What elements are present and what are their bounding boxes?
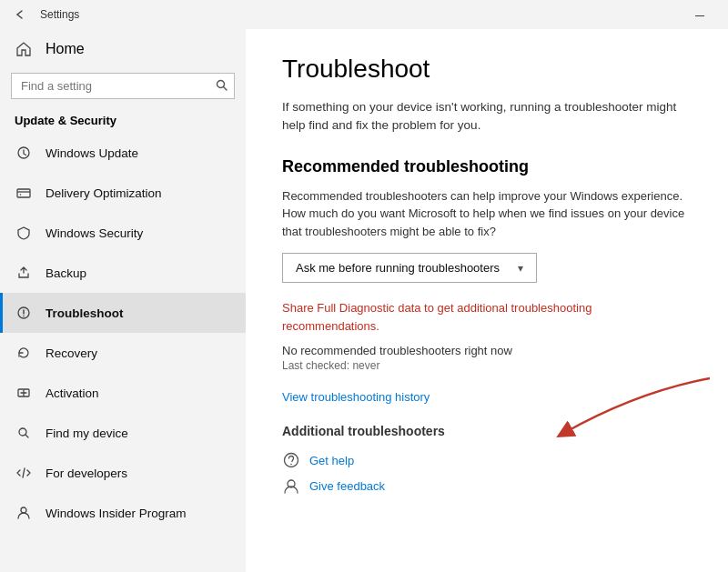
page-title: Troubleshoot [282, 55, 692, 84]
minimize-button[interactable]: — [679, 0, 721, 29]
additional-section-title: Additional troubleshooters [282, 424, 692, 438]
give-feedback-icon [282, 477, 300, 495]
sidebar-item-recovery[interactable]: Recovery [0, 333, 246, 373]
title-bar: Settings — [0, 0, 728, 29]
give-feedback-link[interactable]: Give feedback [309, 479, 385, 493]
app-body: Home Update & Security Windows U [0, 29, 728, 572]
window-controls: — [679, 0, 721, 29]
no-troubleshooters-text: No recommended troubleshooters right now [282, 344, 692, 357]
recovery-icon [15, 344, 33, 362]
search-input[interactable] [11, 73, 235, 99]
sidebar-section-header: Update & Security [0, 106, 246, 133]
sidebar-item-label: Delivery Optimization [46, 186, 162, 200]
sidebar-item-label: Windows Security [46, 226, 143, 240]
shield-icon [15, 224, 33, 242]
sidebar-item-backup[interactable]: Backup [0, 253, 246, 293]
sidebar-item-windows-insider[interactable]: Windows Insider Program [0, 493, 246, 533]
help-links: Get help Give feedback [282, 451, 692, 495]
recommended-section-description: Recommended troubleshooters can help imp… [282, 187, 692, 241]
sidebar-item-label: Troubleshoot [46, 306, 124, 320]
home-label: Home [46, 41, 85, 57]
update-icon [15, 144, 33, 162]
sidebar-item-label: For developers [46, 467, 127, 480]
svg-rect-3 [17, 189, 30, 197]
get-help-item[interactable]: Get help [282, 451, 692, 469]
home-icon [15, 40, 33, 58]
svg-line-1 [224, 86, 228, 90]
delivery-icon [15, 184, 33, 202]
diagnostic-link-container: Share Full Diagnostic data to get additi… [282, 299, 692, 335]
sidebar-item-label: Find my device [46, 426, 128, 440]
sidebar-item-windows-security[interactable]: Windows Security [0, 213, 246, 253]
developer-icon [15, 464, 33, 482]
troubleshoot-dropdown[interactable]: Ask me before running troubleshooters ▾ [282, 253, 537, 283]
svg-point-9 [21, 507, 26, 513]
sidebar-item-label: Backup [46, 266, 86, 280]
svg-point-4 [20, 194, 22, 196]
sidebar: Home Update & Security Windows U [0, 29, 246, 572]
svg-point-11 [290, 464, 292, 466]
insider-icon [15, 504, 33, 522]
svg-point-6 [23, 316, 25, 317]
sidebar-item-label: Windows Insider Program [46, 507, 187, 520]
get-help-icon [282, 451, 300, 469]
sidebar-item-label: Recovery [46, 346, 97, 360]
sidebar-item-windows-update[interactable]: Windows Update [0, 133, 246, 173]
search-icon [216, 79, 228, 91]
find-device-icon [15, 424, 33, 442]
sidebar-item-activation[interactable]: Activation [0, 373, 246, 413]
last-checked-text: Last checked: never [282, 359, 692, 372]
page-subtitle: If something on your device isn't workin… [282, 98, 692, 135]
sidebar-item-for-developers[interactable]: For developers [0, 453, 246, 493]
content-area: Troubleshoot If something on your device… [246, 29, 728, 572]
dropdown-value: Ask me before running troubleshooters [296, 261, 500, 275]
diagnostic-link[interactable]: Share Full Diagnostic data to get additi… [282, 301, 592, 333]
recommended-section-title: Recommended troubleshooting [282, 157, 692, 176]
view-history-link[interactable]: View troubleshooting history [282, 390, 692, 404]
sidebar-item-label: Activation [46, 386, 99, 400]
chevron-down-icon: ▾ [518, 262, 523, 275]
backup-icon [15, 264, 33, 282]
back-button[interactable] [7, 2, 33, 27]
app-title: Settings [40, 8, 79, 21]
give-feedback-item[interactable]: Give feedback [282, 477, 692, 495]
troubleshoot-icon [15, 304, 33, 322]
sidebar-item-delivery-optimization[interactable]: Delivery Optimization [0, 173, 246, 213]
sidebar-item-label: Windows Update [46, 146, 138, 160]
sidebar-item-home[interactable]: Home [0, 29, 246, 69]
search-container [11, 73, 235, 99]
additional-section: Additional troubleshooters [282, 424, 692, 438]
activation-icon [15, 384, 33, 402]
back-icon [15, 9, 25, 20]
search-button[interactable] [212, 77, 231, 95]
get-help-link[interactable]: Get help [309, 454, 354, 467]
sidebar-item-troubleshoot[interactable]: Troubleshoot [0, 293, 246, 333]
sidebar-item-find-my-device[interactable]: Find my device [0, 413, 246, 453]
